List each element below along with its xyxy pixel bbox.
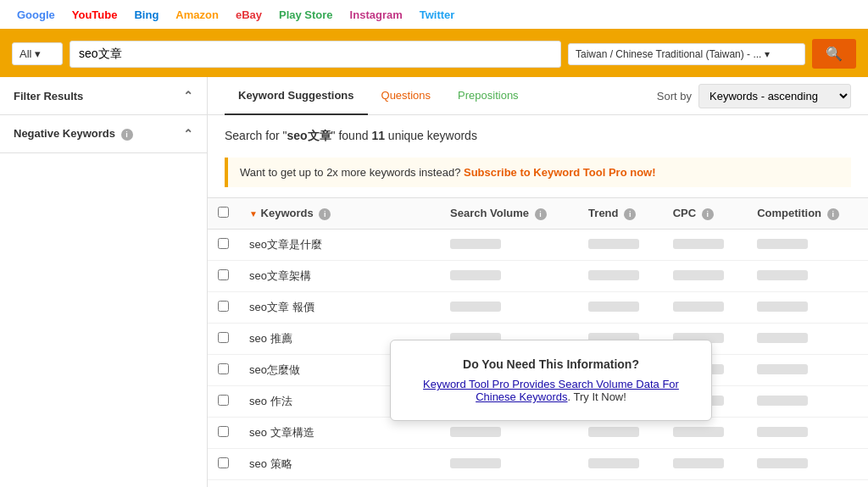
row-checkbox[interactable]: [218, 457, 229, 468]
negative-keywords-header[interactable]: Negative Keywords i ⌃: [0, 115, 207, 152]
trend-cell: ------: [578, 292, 663, 324]
results-header: Search for "seo文章" found 11 unique keywo…: [208, 115, 868, 151]
row-checkbox[interactable]: [218, 363, 229, 374]
nav-instagram[interactable]: Instagram: [342, 2, 411, 28]
table-row: seo文章 報價------------------------: [208, 292, 868, 324]
search-type-label: All: [19, 47, 31, 60]
tooltip-link[interactable]: Keyword Tool Pro Provides Search Volume …: [423, 378, 679, 403]
tooltip-popup: Do You Need This Information? Keyword To…: [390, 340, 712, 421]
keyword-cell: seo 文章構造: [239, 418, 440, 449]
cpc-cell: ------: [663, 292, 748, 324]
trend-info-icon[interactable]: i: [624, 208, 636, 220]
content-area: Keyword Suggestions Questions Prepositio…: [208, 77, 868, 487]
search-volume-cell: ------: [440, 230, 578, 261]
search-volume-cell: ------: [440, 418, 578, 449]
filter-results-section: Filter Results ⌃: [0, 77, 207, 115]
sort-label: Sort by: [657, 90, 692, 102]
table-row: seo文章是什麼------------------------: [208, 230, 868, 261]
cpc-cell: ------: [663, 230, 748, 261]
search-input[interactable]: [70, 41, 561, 68]
location-label: Taiwan / Chinese Traditional (Taiwan) - …: [576, 48, 761, 60]
nav-amazon[interactable]: Amazon: [167, 2, 227, 28]
search-volume-cell: ------: [440, 261, 578, 292]
promo-link[interactable]: Subscribe to Keyword Tool Pro now!: [464, 166, 656, 179]
table-row: seo 策略------------------------: [208, 449, 868, 480]
search-volume-cell: ------: [440, 292, 578, 324]
result-count: 11: [371, 129, 385, 142]
competition-cell: ------: [747, 324, 868, 355]
search-volume-col-header: Search Volume: [450, 207, 529, 219]
keyword-cell: seo入門: [239, 480, 440, 488]
competition-cell: ------: [747, 230, 868, 261]
trend-cell: ------: [578, 261, 663, 292]
location-select[interactable]: Taiwan / Chinese Traditional (Taiwan) - …: [568, 43, 805, 65]
competition-cell: ------: [747, 355, 868, 386]
tabs-bar: Keyword Suggestions Questions Prepositio…: [208, 77, 868, 115]
cpc-cell: ------: [663, 449, 748, 480]
select-all-checkbox[interactable]: [218, 207, 229, 218]
competition-cell: ------: [747, 292, 868, 324]
cpc-cell: ------: [663, 418, 748, 449]
row-checkbox[interactable]: [218, 301, 229, 312]
chevron-up-icon: ⌃: [183, 89, 193, 102]
tabs-left: Keyword Suggestions Questions Prepositio…: [225, 77, 532, 114]
competition-cell: ------: [747, 261, 868, 292]
cpc-cell: ------: [663, 480, 748, 488]
search-volume-info-icon[interactable]: i: [535, 208, 547, 220]
sort-area: Sort by Keywords - ascending: [657, 84, 851, 108]
competition-cell: ------: [747, 449, 868, 480]
negative-keywords-label: Negative Keywords i: [14, 127, 133, 141]
search-type-select[interactable]: All ▾: [12, 42, 63, 65]
row-checkbox[interactable]: [218, 426, 229, 437]
cpc-info-icon[interactable]: i: [702, 208, 714, 220]
tooltip-suffix: . Try It Now!: [568, 390, 626, 403]
nav-twitter[interactable]: Twitter: [411, 2, 464, 28]
negative-keywords-section: Negative Keywords i ⌃: [0, 115, 207, 153]
sidebar: Filter Results ⌃ Negative Keywords i ⌃: [0, 77, 208, 487]
competition-cell: ------: [747, 386, 868, 418]
filter-results-header[interactable]: Filter Results ⌃: [0, 77, 207, 114]
cpc-cell: ------: [663, 261, 748, 292]
nav-google[interactable]: Google: [8, 2, 64, 28]
row-checkbox[interactable]: [218, 395, 229, 406]
chevron-down-icon: ▾: [765, 48, 770, 60]
row-checkbox[interactable]: [218, 332, 229, 343]
negative-keywords-info-icon[interactable]: i: [121, 129, 133, 141]
nav-playstore[interactable]: Play Store: [270, 2, 342, 28]
trend-cell: ------: [578, 449, 663, 480]
keyword-cell: seo文章架構: [239, 261, 440, 292]
tab-prepositions[interactable]: Prepositions: [444, 77, 532, 115]
keywords-info-icon[interactable]: i: [319, 208, 331, 220]
nav-ebay[interactable]: eBay: [227, 2, 270, 28]
competition-cell: ------: [747, 418, 868, 449]
tab-questions[interactable]: Questions: [368, 77, 445, 115]
top-navigation: Google YouTube Bing Amazon eBay Play Sto…: [0, 0, 868, 30]
search-term: seo文章: [287, 129, 331, 142]
competition-cell: ------: [747, 480, 868, 488]
table-row: seo文章架構------------------------: [208, 261, 868, 292]
sort-select[interactable]: Keywords - ascending: [698, 84, 851, 108]
row-checkbox[interactable]: [218, 269, 229, 280]
nav-youtube[interactable]: YouTube: [64, 2, 126, 28]
tooltip-title: Do You Need This Information?: [411, 357, 691, 371]
search-button[interactable]: 🔍: [812, 39, 856, 69]
table-row: seo 文章構造------------------------: [208, 418, 868, 449]
nav-bing[interactable]: Bing: [125, 2, 167, 28]
competition-info-icon[interactable]: i: [827, 208, 839, 220]
promo-text: Want to get up to 2x more keywords inste…: [240, 166, 460, 179]
main-layout: Filter Results ⌃ Negative Keywords i ⌃ K…: [0, 77, 868, 487]
competition-col-header: Competition: [757, 207, 821, 219]
keyword-cell: seo文章 報價: [239, 292, 440, 324]
keyword-cell: seo 策略: [239, 449, 440, 480]
tab-keyword-suggestions[interactable]: Keyword Suggestions: [225, 77, 368, 115]
promo-banner: Want to get up to 2x more keywords inste…: [225, 158, 851, 187]
row-checkbox[interactable]: [218, 238, 229, 249]
trend-cell: ------: [578, 230, 663, 261]
keywords-col-header: Keywords: [261, 207, 314, 219]
trend-col-header: Trend: [588, 207, 618, 219]
chevron-down-icon: ▾: [35, 47, 41, 60]
search-bar: All ▾ Taiwan / Chinese Traditional (Taiw…: [0, 30, 868, 77]
chevron-up-icon: ⌃: [183, 127, 193, 141]
cpc-col-header: CPC: [673, 207, 696, 219]
trend-cell: ------: [578, 480, 663, 488]
